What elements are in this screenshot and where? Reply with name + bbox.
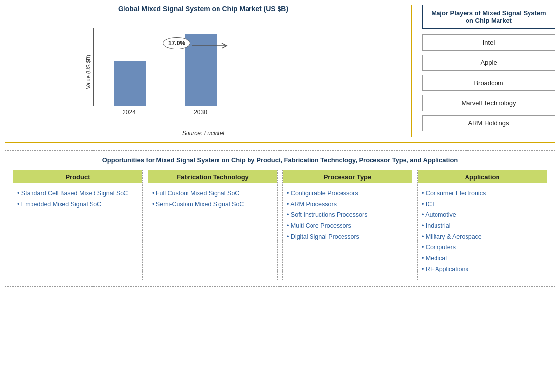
vertical-divider [411,5,412,137]
application-item-4: Industrial [422,221,543,231]
processor-header: Processor Type [283,170,412,183]
processor-item-1: Configurable Processors [287,188,408,198]
opportunities-grid: Product Standard Cell Based Mixed Signal… [13,170,547,280]
application-item-1: Consumer Electronics [422,188,543,198]
major-players-panel: Major Players of Mixed Signal System on … [417,5,555,137]
product-column: Product Standard Cell Based Mixed Signal… [13,170,143,280]
cagr-arrow-icon [192,43,232,58]
player-arm: ARM Holdings [422,115,555,131]
x-label-2024: 2024 [113,109,145,116]
product-header: Product [13,170,142,183]
opportunities-title: Opportunities for Mixed Signal System on… [13,156,547,164]
processor-column: Processor Type Configurable Processors A… [282,170,412,280]
fabrication-item-2: Semi-Custom Mixed Signal SoC [152,199,273,209]
processor-item-3: Soft Instructions Processors [287,210,408,220]
application-item-5: Military & Aerospace [422,232,543,241]
bar-2024 [114,61,146,106]
fabrication-header: Fabrication Technology [148,170,277,183]
chart-inner: 17.0% 2 [93,28,321,126]
major-players-title: Major Players of Mixed Signal System on … [422,5,555,29]
application-item-8: RF Applications [422,264,543,274]
processor-item-5: Digital Signal Processors [287,232,408,241]
application-item-3: Automotive [422,210,543,220]
application-column: Application Consumer Electronics ICT Aut… [417,170,547,280]
player-broadcom: Broadcom [422,75,555,91]
x-label-2030: 2030 [185,109,217,116]
product-item-2: Embedded Mixed Signal SoC [17,199,138,209]
chart-title: Global Mixed Signal System on Chip Marke… [118,5,288,13]
processor-item-4: Multi Core Processors [287,221,408,231]
fabrication-column: Fabrication Technology Full Custom Mixed… [148,170,278,280]
application-item-2: ICT [422,199,543,209]
player-intel: Intel [422,34,555,51]
bar-2024-rect [114,61,146,106]
bars-container: 17.0% [93,28,321,106]
cagr-callout: 17.0% [163,37,190,49]
source-text: Source: Lucintel [182,130,224,137]
application-item-7: Medical [422,253,543,263]
application-body: Consumer Electronics ICT Automotive Indu… [418,183,547,280]
bottom-section: Opportunities for Mixed Signal System on… [5,150,555,287]
application-header: Application [418,170,547,183]
x-labels: 2024 2030 [93,109,321,116]
product-body: Standard Cell Based Mixed Signal SoC Emb… [13,183,142,215]
player-marvell: Marvell Technology [422,95,555,111]
processor-item-2: ARM Processors [287,199,408,209]
chart-area: Global Mixed Signal System on Chip Marke… [5,5,406,137]
cagr-bubble: 17.0% [163,37,190,49]
fabrication-body: Full Custom Mixed Signal SoC Semi-Custom… [148,183,277,215]
processor-body: Configurable Processors ARM Processors S… [283,183,412,247]
application-item-6: Computers [422,242,543,252]
player-apple: Apple [422,55,555,71]
fabrication-item-1: Full Custom Mixed Signal SoC [152,188,273,198]
product-item-1: Standard Cell Based Mixed Signal SoC [17,188,138,198]
y-axis-label: Value (US $B) [85,55,91,89]
